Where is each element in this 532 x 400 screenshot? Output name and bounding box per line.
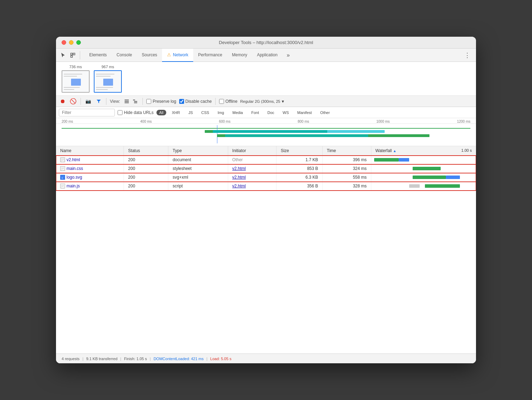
svg-rect-8 — [134, 102, 137, 103]
svg-rect-14 — [62, 168, 64, 168]
timeline-ruler: 200 ms 400 ms 600 ms 800 ms 1000 ms 1200… — [56, 118, 476, 124]
svg-rect-20 — [62, 185, 64, 186]
disable-cache-label: Disable cache — [186, 99, 212, 104]
col-initiator[interactable]: Initiator — [228, 146, 276, 156]
requests-table: Name Status Type Initiator Size Time Wat… — [56, 146, 476, 191]
filmstrip-time-1: 736 ms — [69, 65, 82, 69]
col-waterfall[interactable]: Waterfall 1.00 s ▲ — [371, 146, 476, 156]
svg-rect-2 — [71, 56, 72, 57]
cell-initiator: Other — [228, 156, 276, 164]
title-bar: Developer Tools – http://localhost:3000/… — [56, 37, 476, 49]
hide-data-urls-checkbox[interactable] — [118, 110, 122, 115]
cell-time: 558 ms — [322, 173, 371, 182]
table-row[interactable]: main.js 200 script v2.html 356 B 328 ms — [56, 182, 476, 191]
record-button[interactable]: ⏺ — [59, 98, 66, 105]
filter-all-button[interactable]: All — [156, 110, 166, 115]
hide-data-urls-group: Hide data URLs — [118, 110, 154, 115]
inspect-icon[interactable] — [69, 51, 77, 59]
filter-other-button[interactable]: Other — [317, 110, 333, 115]
offline-group: Offline — [219, 99, 237, 104]
cell-time: 396 ms — [322, 156, 371, 164]
ruler-tick: 400 ms — [140, 120, 152, 123]
close-button[interactable] — [62, 40, 66, 45]
filter-doc-button[interactable]: Doc — [265, 110, 277, 115]
filmstrip-item[interactable]: 967 ms — [94, 65, 122, 93]
list-view-button[interactable] — [123, 98, 131, 105]
timeline-chart — [62, 125, 470, 143]
table-row[interactable]: v2.html 200 document Other 1.7 KB 396 ms — [56, 156, 476, 164]
waterfall-bar — [374, 175, 465, 179]
offline-checkbox[interactable] — [219, 99, 224, 104]
cell-initiator: v2.html — [228, 173, 276, 182]
tab-memory[interactable]: Memory — [227, 49, 252, 62]
traffic-lights — [62, 40, 81, 45]
col-name[interactable]: Name — [56, 146, 124, 156]
file-name: S logo.svg — [60, 175, 119, 180]
doc-icon — [60, 184, 65, 188]
filter-js-button[interactable]: JS — [186, 110, 196, 115]
filter-xhr-button[interactable]: XHR — [169, 110, 183, 115]
wf-gray-bar — [409, 184, 420, 188]
col-type[interactable]: Type — [168, 146, 228, 156]
devtools-panel: Elements Console Sources ⚠ Network Perfo… — [56, 49, 476, 363]
table-row[interactable]: S logo.svg 200 svg+xml v2.html 6.3 KB — [56, 173, 476, 182]
disable-cache-checkbox[interactable] — [179, 99, 184, 104]
tab-sources[interactable]: Sources — [137, 49, 162, 62]
svg-rect-1 — [73, 53, 75, 55]
filter-font-button[interactable]: Font — [248, 110, 262, 115]
ruler-tick: 600 ms — [219, 120, 231, 123]
table-row[interactable]: main.css 200 stylesheet v2.html 853 B 32… — [56, 164, 476, 173]
doc-icon — [60, 157, 65, 162]
cursor-icon[interactable] — [59, 51, 67, 59]
svg-rect-16 — [62, 169, 63, 170]
disable-cache-group: Disable cache — [179, 99, 212, 104]
devtools-menu-button[interactable]: ⋮ — [461, 50, 473, 60]
tree-view-button[interactable] — [131, 98, 139, 105]
finish-time: Finish: 1.05 s — [124, 357, 147, 361]
col-status[interactable]: Status — [124, 146, 168, 156]
filmstrip-thumb-2[interactable] — [94, 70, 122, 93]
more-tabs-button[interactable]: » — [284, 51, 293, 60]
cell-type: document — [168, 156, 228, 164]
filter-media-button[interactable]: Media — [230, 110, 246, 115]
filter-manifest-button[interactable]: Manifest — [294, 110, 315, 115]
filter-button[interactable] — [95, 98, 103, 105]
filter-css-button[interactable]: CSS — [198, 110, 212, 115]
waterfall-bar — [374, 184, 465, 188]
svg-icon: S — [60, 175, 65, 180]
col-time[interactable]: Time — [322, 146, 371, 156]
preserve-log-group: Preserve log — [146, 99, 176, 104]
throttle-selector[interactable]: Regular 2G (300ms, 25 ▼ — [240, 99, 285, 103]
camera-button[interactable]: 📷 — [84, 98, 92, 105]
timeline-bar-4 — [225, 134, 368, 137]
tab-performance[interactable]: Performance — [193, 49, 227, 62]
wf-green-bar — [374, 158, 399, 162]
ruler-tick: 200 ms — [62, 120, 73, 123]
tab-elements[interactable]: Elements — [84, 49, 112, 62]
svg-rect-22 — [62, 187, 63, 187]
file-name: v2.html — [60, 157, 119, 162]
maximize-button[interactable] — [76, 40, 81, 45]
doc-icon — [60, 166, 65, 171]
preserve-log-checkbox[interactable] — [146, 99, 151, 104]
status-bar: 4 requests | 9.1 KB transferred | Finish… — [56, 353, 476, 363]
tab-application[interactable]: Application — [252, 49, 282, 62]
toolbar-divider-4 — [215, 98, 216, 105]
ruler-tick: 1000 ms — [376, 120, 390, 123]
filter-img-button[interactable]: Img — [215, 110, 227, 115]
filmstrip-thumb-1[interactable] — [62, 70, 90, 93]
minimize-button[interactable] — [69, 40, 74, 45]
toolbar-divider-2 — [106, 98, 106, 105]
filmstrip-item[interactable]: 736 ms — [62, 65, 90, 93]
tab-console[interactable]: Console — [112, 49, 137, 62]
tab-network[interactable]: ⚠ Network — [162, 49, 193, 62]
filter-input[interactable] — [59, 109, 115, 116]
file-name: main.css — [60, 166, 119, 171]
view-label: View: — [110, 99, 120, 104]
stop-button[interactable]: 🚫 — [69, 98, 77, 105]
filter-ws-button[interactable]: WS — [280, 110, 292, 115]
col-size[interactable]: Size — [276, 146, 323, 156]
svg-rect-11 — [62, 160, 64, 160]
cell-type: script — [168, 182, 228, 191]
toolbar-divider — [80, 98, 81, 105]
